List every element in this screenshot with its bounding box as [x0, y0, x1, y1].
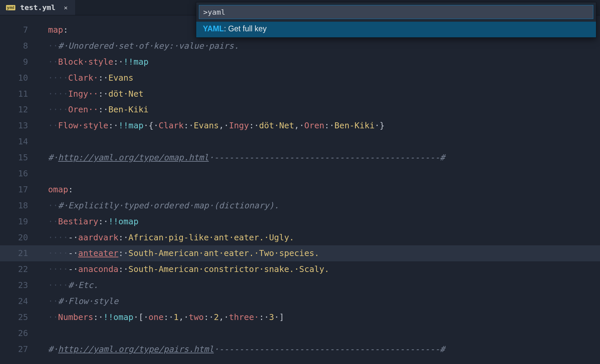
line-content[interactable]: ····-·anaconda:·South-American·constrict…	[36, 261, 329, 277]
line-number: 15	[0, 150, 36, 166]
editor-line[interactable]: 17omap:	[0, 182, 600, 198]
line-content[interactable]: ··#·Flow·style	[36, 293, 118, 309]
line-number: 26	[0, 325, 36, 341]
line-number: 21	[0, 245, 36, 261]
editor-line[interactable]: 15#·http://yaml.org/type/omap.html·-----…	[0, 150, 600, 166]
line-content[interactable]: ··Block·style:·!!map	[36, 54, 148, 70]
line-number: 8	[0, 38, 36, 54]
editor-line[interactable]: 21····-·anteater:·South-American·ant·eat…	[0, 245, 600, 261]
line-content[interactable]: ··Bestiary:·!!omap	[36, 214, 138, 230]
line-number: 25	[0, 309, 36, 325]
line-content[interactable]: #·http://yaml.org/type/pairs.html·------…	[36, 341, 445, 357]
line-content[interactable]: #·http://yaml.org/type/omap.html·-------…	[36, 150, 445, 166]
line-number: 18	[0, 198, 36, 214]
editor-line[interactable]: 16	[0, 166, 600, 182]
line-content[interactable]: ··Flow·style:·!!map·{·Clark:·Evans,·Ingy…	[36, 118, 385, 134]
line-number: 14	[0, 134, 36, 150]
editor-line[interactable]: 18··#·Explicitly·typed·ordered·map·(dict…	[0, 198, 600, 214]
tab-title: test.yml	[20, 3, 58, 12]
line-content[interactable]: ····Clark·:·Evans	[36, 70, 133, 86]
command-palette-input[interactable]	[199, 5, 593, 19]
command-palette-item[interactable]: YAML: Get full key	[196, 22, 596, 37]
editor-line[interactable]: 10····Clark·:·Evans	[0, 70, 600, 86]
yaml-file-icon: yml	[6, 5, 15, 10]
editor-line[interactable]: 26	[0, 325, 600, 341]
editor-line[interactable]: 23····#·Etc.	[0, 277, 600, 293]
editor-line[interactable]: 11····Ingy··:·döt·Net	[0, 86, 600, 102]
line-number: 20	[0, 230, 36, 246]
editor-line[interactable]: 20····-·aardvark:·African·pig-like·ant·e…	[0, 230, 600, 246]
line-number: 12	[0, 102, 36, 118]
command-palette: YAML: Get full key	[196, 2, 596, 38]
editor-line[interactable]: 19··Bestiary:·!!omap	[0, 214, 600, 230]
line-content[interactable]: ····Ingy··:·döt·Net	[36, 86, 143, 102]
line-content[interactable]: map:	[36, 22, 68, 38]
line-content[interactable]	[36, 134, 53, 150]
line-number: 10	[0, 70, 36, 86]
editor[interactable]: 7map:8··#·Unordered·set·of·key:·value·pa…	[0, 22, 600, 364]
line-number: 11	[0, 86, 36, 102]
line-content[interactable]: ····Oren··:·Ben-Kiki	[36, 102, 148, 118]
line-content[interactable]: ····-·anteater:·South-American·ant·eater…	[36, 245, 319, 261]
tab-test-yml[interactable]: yml test.yml ×	[0, 0, 75, 15]
line-number: 17	[0, 182, 36, 198]
line-number: 9	[0, 54, 36, 70]
line-content[interactable]	[36, 325, 53, 341]
line-number: 27	[0, 341, 36, 357]
editor-line[interactable]: 22····-·anaconda:·South-American·constri…	[0, 261, 600, 277]
command-palette-item-match: YAML	[203, 24, 224, 33]
line-number: 22	[0, 261, 36, 277]
editor-line[interactable]: 24··#·Flow·style	[0, 293, 600, 309]
line-number: 24	[0, 293, 36, 309]
line-number: 7	[0, 22, 36, 38]
line-content[interactable]	[36, 166, 53, 182]
close-icon[interactable]: ×	[62, 4, 69, 12]
line-number: 16	[0, 166, 36, 182]
line-number: 13	[0, 118, 36, 134]
line-content[interactable]: ····-·aardvark:·African·pig-like·ant·eat…	[36, 230, 294, 246]
editor-line[interactable]: 13··Flow·style:·!!map·{·Clark:·Evans,·In…	[0, 118, 600, 134]
editor-line[interactable]: 14	[0, 134, 600, 150]
editor-line[interactable]: 12····Oren··:·Ben-Kiki	[0, 102, 600, 118]
line-content[interactable]: ··#·Unordered·set·of·key:·value·pairs.	[36, 38, 239, 54]
line-number: 19	[0, 214, 36, 230]
line-number: 23	[0, 277, 36, 293]
line-content[interactable]: ··#·Explicitly·typed·ordered·map·(dictio…	[36, 198, 279, 214]
editor-line[interactable]: 27#·http://yaml.org/type/pairs.html·----…	[0, 341, 600, 357]
command-palette-item-label: : Get full key	[224, 24, 267, 33]
editor-line[interactable]: 25··Numbers:·!!omap·[·one:·1,·two:·2,·th…	[0, 309, 600, 325]
line-content[interactable]: omap:	[36, 182, 73, 198]
line-content[interactable]: ··Numbers:·!!omap·[·one:·1,·two:·2,·thre…	[36, 309, 284, 325]
line-content[interactable]: ····#·Etc.	[36, 277, 98, 293]
editor-line[interactable]: 9··Block·style:·!!map	[0, 54, 600, 70]
editor-line[interactable]: 8··#·Unordered·set·of·key:·value·pairs.	[0, 38, 600, 54]
